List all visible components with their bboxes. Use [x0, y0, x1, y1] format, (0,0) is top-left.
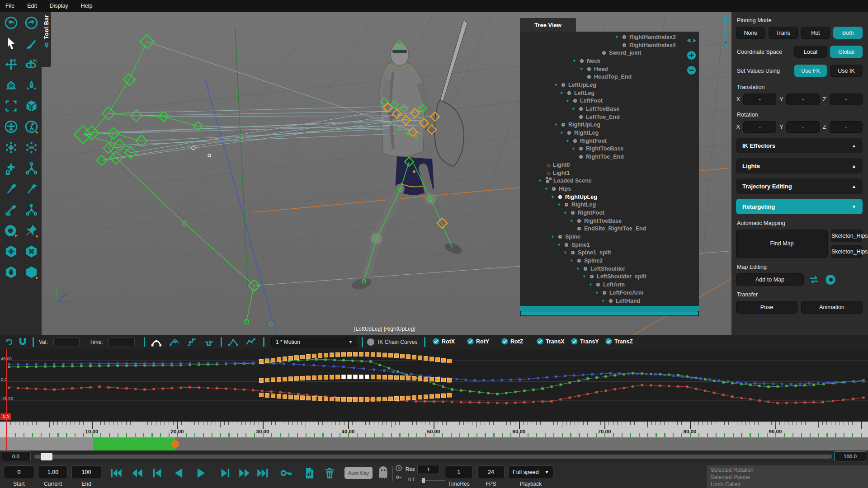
ke-magnet-button[interactable]	[17, 337, 28, 347]
redo-button[interactable]	[23, 14, 40, 31]
translate-ik-button[interactable]: IK	[2, 56, 19, 73]
translation-y-field[interactable]: -	[786, 94, 819, 105]
tree-item[interactable]: ▼RightToe_End	[520, 153, 699, 161]
tree-item[interactable]: ▼RightLeg	[520, 129, 699, 137]
delete-keys-button[interactable]	[322, 466, 337, 480]
pivot-lock-button[interactable]	[23, 76, 40, 94]
section-ik-effectors[interactable]: IK Effectors▲	[736, 138, 863, 153]
playback-range-strip[interactable]	[0, 437, 868, 450]
tree-item[interactable]: ▼LeftLeg	[520, 89, 699, 97]
tree-expand-icon[interactable]: ▼	[576, 267, 584, 271]
channel-rotz[interactable]: RotZ	[501, 338, 523, 345]
hex-solid-button[interactable]	[23, 263, 40, 281]
set-key-button[interactable]	[278, 466, 294, 480]
tree-item[interactable]: ▼☼Light1	[520, 169, 699, 177]
tree-item[interactable]: ▼Loaded Scene	[520, 177, 699, 185]
tree-item-partial-selected[interactable]	[520, 306, 699, 311]
menu-help[interactable]: Help	[81, 3, 93, 9]
tree-expand-icon[interactable]: ▼	[560, 91, 567, 95]
export-document-button[interactable]	[302, 466, 317, 480]
pushpin-button[interactable]	[23, 222, 40, 239]
translation-x-field[interactable]: -	[743, 94, 776, 105]
tree-item[interactable]: ▼Hips	[520, 185, 699, 193]
channel-transy[interactable]: TransY	[571, 338, 599, 345]
brush-button[interactable]	[23, 35, 40, 52]
mapping-source-button[interactable]: Skeleton_Hips	[831, 230, 863, 242]
tree-expand-icon[interactable]: ▼	[595, 291, 603, 295]
rewind-button[interactable]	[129, 466, 145, 480]
chain-add-button[interactable]	[2, 139, 19, 156]
tree-expand-icon[interactable]: ▼	[554, 83, 561, 87]
tree-expand-icon[interactable]: ▼	[566, 139, 573, 143]
pivot-global-button[interactable]: G	[2, 76, 19, 94]
show-mapping-eye-icon[interactable]	[825, 274, 836, 286]
tree-item[interactable]: ▼LeftFoot	[520, 97, 699, 105]
toolbar-tab[interactable]: Tool Bar	[42, 12, 51, 67]
curve-circle-button[interactable]	[169, 337, 180, 347]
tree-item[interactable]: ▼LeftArm	[520, 281, 699, 289]
menu-file[interactable]: File	[5, 3, 14, 9]
chain-remove-button[interactable]	[23, 139, 40, 156]
frame-select-button[interactable]	[2, 97, 19, 114]
tree-item[interactable]: ▼RightToeBase	[520, 217, 699, 225]
menu-display[interactable]: Display	[50, 3, 68, 9]
transfer-pose-button[interactable]: Pose	[736, 301, 797, 314]
pinning-rot-button[interactable]: Rot	[801, 27, 830, 39]
scroll-handle[interactable]	[41, 453, 52, 460]
tree-horizontal-scrollbar[interactable]	[521, 311, 698, 315]
pin-add-button[interactable]	[2, 180, 19, 197]
tree-item[interactable]: ▼EndSite_RightToe_End	[520, 225, 699, 233]
translation-z-field[interactable]: -	[830, 94, 863, 105]
curve-broken-button[interactable]	[245, 337, 256, 347]
tree-expand-icon[interactable]: ▼	[551, 195, 558, 199]
range-end-box[interactable]: 100.0	[834, 451, 866, 461]
scroll-track[interactable]	[34, 455, 832, 459]
tree-item[interactable]: ▼RightFoot	[520, 137, 699, 145]
previous-frame-button[interactable]	[149, 466, 165, 480]
timeres-field[interactable]: 1	[445, 465, 473, 479]
space-global-button[interactable]: Global	[830, 46, 863, 58]
range-handle[interactable]	[171, 440, 179, 448]
ring-select-button[interactable]	[2, 222, 19, 239]
playback-speed-dropdown[interactable]: Full speed▼	[508, 465, 553, 479]
tree-expand-icon[interactable]: ▼	[580, 67, 587, 71]
res-value-field[interactable]: 1	[417, 465, 440, 474]
tree-expand-icon[interactable]: ▼	[563, 211, 571, 215]
tree-item[interactable]: ▼Spine1	[520, 241, 699, 249]
add-to-map-button[interactable]: Add to Map	[736, 273, 804, 286]
pinning-none-button[interactable]: None	[736, 27, 765, 39]
use-ik-button[interactable]: Use IK	[830, 65, 863, 77]
pin-remove-button[interactable]	[23, 180, 40, 197]
fps-field[interactable]: 24	[477, 465, 505, 479]
rotation-x-field[interactable]: -	[743, 121, 776, 133]
remove-node-icon[interactable]	[686, 65, 697, 75]
auto-key-button[interactable]: Auto Key	[344, 467, 373, 479]
tree-item[interactable]: ▼Head	[520, 65, 699, 73]
range-start-box[interactable]: 0.0	[1, 451, 31, 461]
pinning-trans-button[interactable]: Trans	[769, 27, 798, 39]
tree-expand-icon[interactable]: ▼	[589, 282, 596, 287]
tree-expand-icon[interactable]: ▼	[544, 187, 552, 191]
time-input[interactable]	[108, 338, 135, 346]
tree-item[interactable]: ▼LeftUpLeg	[520, 81, 699, 89]
menu-edit[interactable]: Edit	[27, 3, 37, 9]
tree-expand-icon[interactable]: ▼	[601, 299, 609, 303]
val-input[interactable]	[53, 338, 80, 346]
curve-linear-button[interactable]	[228, 337, 239, 347]
play-reverse-button[interactable]	[171, 466, 186, 480]
curve-editor[interactable]: 45.00 0.0 -45.00 1.0	[0, 349, 868, 422]
next-frame-button[interactable]	[218, 466, 233, 480]
pin-sweep-button[interactable]	[2, 201, 19, 218]
ik-cube-button[interactable]: IK	[23, 97, 40, 114]
tree-expand-icon[interactable]: ▼	[566, 99, 573, 103]
tree-item[interactable]: ▼☼Light0	[520, 161, 699, 169]
tree-view-tab[interactable]: Tree View	[520, 18, 576, 32]
tree-item[interactable]: ▼Neck	[520, 57, 699, 65]
tree-item[interactable]: ▼Spine2	[520, 257, 699, 265]
tree-item[interactable]: ▼HeadTop_End	[520, 73, 699, 81]
settings-tab[interactable]: Settings	[720, 13, 731, 58]
section-trajectory-editing[interactable]: Trajectory Editing▲	[736, 178, 863, 194]
section-lights[interactable]: Lights▲	[736, 158, 863, 174]
transfer-animation-button[interactable]: Animation	[801, 301, 863, 314]
visibility-eye-icon[interactable]	[686, 35, 697, 46]
